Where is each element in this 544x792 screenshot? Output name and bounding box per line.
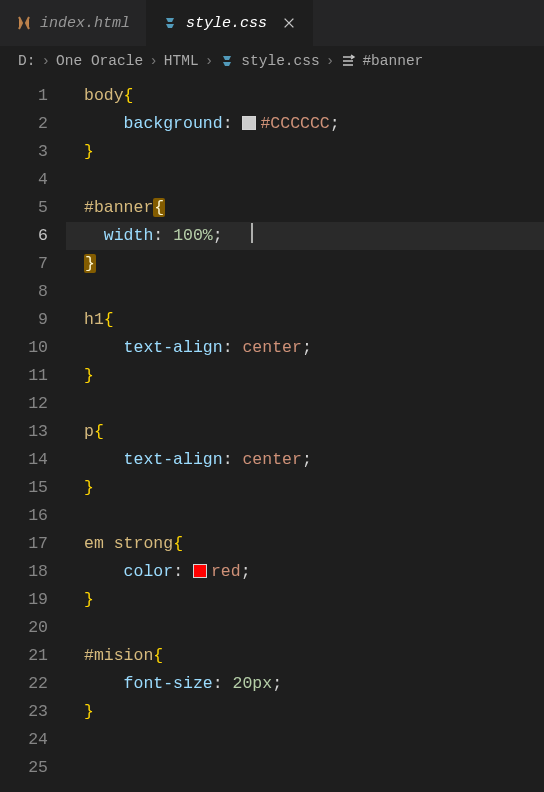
css-file-icon	[162, 15, 178, 31]
line-number: 23	[0, 698, 66, 726]
code-area[interactable]: body{ background: #CCCCCC;}#banner{ widt…	[66, 76, 544, 792]
line-number: 5	[0, 194, 66, 222]
chevron-right-icon: ›	[205, 53, 214, 69]
chevron-right-icon: ›	[149, 53, 158, 69]
close-icon[interactable]	[281, 15, 297, 31]
line-number: 16	[0, 502, 66, 530]
line-number: 20	[0, 614, 66, 642]
line-number: 15	[0, 474, 66, 502]
line-number: 11	[0, 362, 66, 390]
chevron-right-icon: ›	[41, 53, 50, 69]
code-line[interactable]: font-size: 20px;	[84, 670, 544, 698]
crumb-folder[interactable]: HTML	[164, 53, 199, 69]
line-number: 8	[0, 278, 66, 306]
code-line[interactable]	[84, 390, 544, 418]
line-number: 9	[0, 306, 66, 334]
code-line[interactable]: h1{	[84, 306, 544, 334]
tab-style-css[interactable]: style.css	[146, 0, 313, 46]
code-line[interactable]: width: 100%;	[66, 222, 544, 250]
line-number: 18	[0, 558, 66, 586]
line-number: 10	[0, 334, 66, 362]
line-number: 2	[0, 110, 66, 138]
line-number: 6	[0, 222, 66, 250]
code-line[interactable]: background: #CCCCCC;	[84, 110, 544, 138]
code-line[interactable]: }	[84, 698, 544, 726]
code-line[interactable]: em strong{	[84, 530, 544, 558]
line-number: 25	[0, 754, 66, 782]
line-number: 1	[0, 82, 66, 110]
code-line[interactable]: body{	[84, 82, 544, 110]
line-number: 14	[0, 446, 66, 474]
code-line[interactable]	[84, 166, 544, 194]
line-number: 22	[0, 670, 66, 698]
line-number: 19	[0, 586, 66, 614]
line-number: 17	[0, 530, 66, 558]
code-editor[interactable]: 1234567891011121314151617181920212223242…	[0, 76, 544, 792]
tab-label: style.css	[186, 15, 267, 32]
color-swatch[interactable]	[193, 564, 207, 578]
html-file-icon	[16, 15, 32, 31]
code-line[interactable]	[84, 502, 544, 530]
code-line[interactable]: }	[84, 250, 544, 278]
code-line[interactable]: p{	[84, 418, 544, 446]
line-number: 21	[0, 642, 66, 670]
code-line[interactable]	[84, 754, 544, 782]
text-cursor	[251, 223, 253, 243]
line-number: 7	[0, 250, 66, 278]
code-line[interactable]: }	[84, 586, 544, 614]
crumb-file[interactable]: style.css	[219, 53, 319, 69]
line-number-gutter: 1234567891011121314151617181920212223242…	[0, 76, 66, 792]
line-number: 24	[0, 726, 66, 754]
code-line[interactable]	[84, 614, 544, 642]
css-file-icon	[219, 53, 235, 69]
line-number: 3	[0, 138, 66, 166]
line-number: 4	[0, 166, 66, 194]
chevron-right-icon: ›	[326, 53, 335, 69]
color-swatch[interactable]	[242, 116, 256, 130]
breadcrumb: D: › One Oracle › HTML › style.css › #ba…	[0, 46, 544, 76]
code-line[interactable]	[84, 726, 544, 754]
line-number: 12	[0, 390, 66, 418]
line-number: 13	[0, 418, 66, 446]
symbol-icon	[340, 53, 356, 69]
crumb-folder[interactable]: One Oracle	[56, 53, 143, 69]
code-line[interactable]: }	[84, 138, 544, 166]
code-line[interactable]: text-align: center;	[84, 334, 544, 362]
code-line[interactable]: }	[84, 362, 544, 390]
code-line[interactable]: color: red;	[84, 558, 544, 586]
crumb-drive[interactable]: D:	[18, 53, 35, 69]
code-line[interactable]: }	[84, 474, 544, 502]
tab-label: index.html	[40, 15, 130, 32]
tab-index-html[interactable]: index.html	[0, 0, 146, 46]
crumb-symbol[interactable]: #banner	[340, 53, 423, 69]
code-line[interactable]: #mision{	[84, 642, 544, 670]
editor-tabs: index.html style.css	[0, 0, 544, 46]
code-line[interactable]: text-align: center;	[84, 446, 544, 474]
code-line[interactable]: #banner{	[84, 194, 544, 222]
code-line[interactable]	[84, 278, 544, 306]
